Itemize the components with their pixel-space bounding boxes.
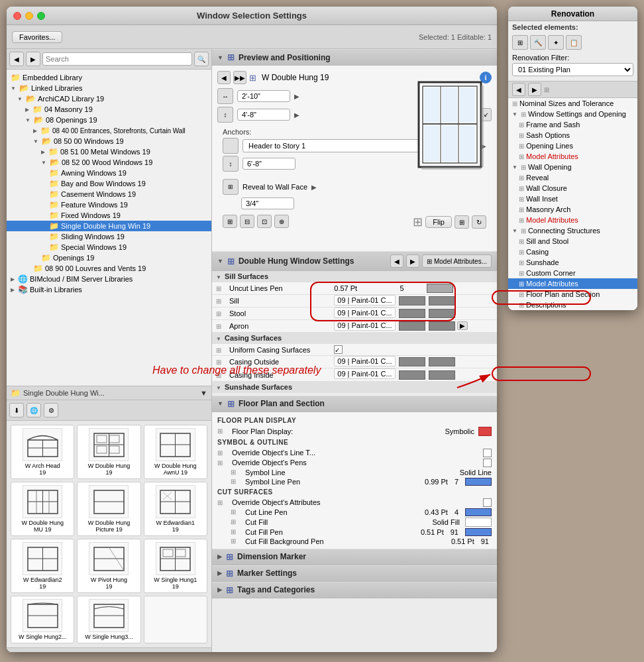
offset-input[interactable] <box>242 158 295 170</box>
tree-item-louvres[interactable]: 📁 08 90 00 Louvres and Vents 19 <box>7 263 211 274</box>
preview-item-arch-head[interactable]: W Arch Head19 <box>11 425 74 479</box>
stree-casing[interactable]: ⊞ Casing <box>508 247 637 257</box>
stree-nominal[interactable]: ⊞ Nominal Sizes and Tolerance <box>508 98 637 109</box>
uniform-checkbox[interactable] <box>334 345 343 354</box>
stree-sash-options[interactable]: ⊞ Sash Options <box>508 130 637 140</box>
action-btn1[interactable]: ⊞ <box>223 215 237 228</box>
tree-item-singledhung[interactable]: 📁 Single Double Hung Win 19 <box>7 221 211 231</box>
mirror-btn[interactable]: ⊞ <box>455 215 469 229</box>
reveal-input[interactable] <box>241 197 294 209</box>
favorites-button[interactable]: Favorites... <box>12 31 62 43</box>
next-btn[interactable]: ▶▶ <box>233 71 246 84</box>
width-input[interactable] <box>237 90 290 102</box>
dh-nav-next[interactable]: ▶ <box>406 254 419 268</box>
lib-forward-btn[interactable]: ▶ <box>26 52 40 66</box>
renov-icon3[interactable]: ✦ <box>548 35 564 50</box>
tree-item-feature[interactable]: 📁 Feature Windows 19 <box>7 199 211 210</box>
stree-window-settings[interactable]: ▼ ⊞ Window Settings and Opening <box>508 109 637 119</box>
tree-item-openings4[interactable]: 📁 Openings 19 <box>7 252 211 263</box>
action-btn4[interactable]: ⊕ <box>274 215 289 228</box>
height-input[interactable] <box>237 109 290 121</box>
tree-item-sliding[interactable]: 📁 Sliding Windows 19 <box>7 231 211 242</box>
preview-item-single-hung3[interactable]: W Single Hung3... <box>77 596 140 643</box>
override-line-check[interactable] <box>483 449 492 457</box>
preview-triangle[interactable]: ▼ <box>217 54 223 61</box>
stree-wall-inset[interactable]: ⊞ Wall Inset <box>508 193 637 204</box>
lib-action-btn2[interactable]: 🌐 <box>27 403 41 417</box>
stree-opening-lines[interactable]: ⊞ Opening Lines <box>508 140 637 151</box>
preview-item-single-hung2[interactable]: W Single Hung2... <box>11 596 74 643</box>
lib-back-btn[interactable]: ◀ <box>9 52 24 66</box>
renov-icon1[interactable]: ⊞ <box>512 35 528 50</box>
rotate-btn[interactable]: ↻ <box>472 215 486 229</box>
width-arrow[interactable]: ▶ <box>294 93 299 100</box>
preview-item-pivot-hung[interactable]: W Pivot Hung19 <box>77 539 140 593</box>
library-search-input[interactable] <box>42 52 192 66</box>
preview-item-single-hung1[interactable]: W Single Hung119 <box>144 539 207 593</box>
tree-item-awning[interactable]: 📁 Awning Windows 19 <box>7 168 211 178</box>
tree-item-embedded[interactable]: 📁 Embedded Library <box>7 72 211 83</box>
tree-item-bimcloud[interactable]: ▶ 🌐 BIMcloud / BIM Server Libraries <box>7 274 211 284</box>
dh-nav-prev[interactable]: ◀ <box>390 254 403 268</box>
tree-item-metal[interactable]: ▶ 📁 08 51 00 Metal Windows 19 <box>7 146 211 157</box>
preview-item-double-hung-picture[interactable]: W Double HungPicture 19 <box>77 482 140 536</box>
action-btn2[interactable]: ⊟ <box>240 215 254 228</box>
prev-btn[interactable]: ◀ <box>217 71 231 84</box>
tree-item-wood[interactable]: ▼ 📂 08 52 00 Wood Windows 19 <box>7 157 211 168</box>
stree-reveal[interactable]: ⊞ Reveal <box>508 172 637 183</box>
height-arrow[interactable]: ▶ <box>294 111 299 119</box>
tree-next-btn[interactable]: ▶ <box>528 83 541 96</box>
renovation-filter-select[interactable]: 01 Existing Plan <box>512 63 633 76</box>
cut-override-check[interactable] <box>483 498 492 507</box>
tree-item-archicad19[interactable]: ▼ 📂 ArchiCAD Library 19 <box>7 93 211 104</box>
maximize-button[interactable] <box>37 12 45 20</box>
tree-item-builtin[interactable]: ▶ 📚 Built-in Libraries <box>7 284 211 295</box>
dh-triangle[interactable]: ▼ <box>217 258 223 264</box>
preview-item-double-hung-awnU[interactable]: W Double HungAwnU 19 <box>144 425 207 479</box>
lib-search-btn[interactable]: 🔍 <box>194 52 209 66</box>
stree-masonry-arch[interactable]: ⊞ Masonry Arch <box>508 204 637 215</box>
reveal-arrow[interactable]: ▶ <box>311 184 317 191</box>
tree-item-casement[interactable]: 📁 Casement Windows 19 <box>7 189 211 199</box>
preview-item-edwardian2[interactable]: W Edwardian219 <box>11 539 74 593</box>
preview-item-double-hung-MU[interactable]: W Double HungMU 19 <box>11 482 74 536</box>
action-btn3[interactable]: ⊡ <box>257 215 272 228</box>
close-button[interactable] <box>13 12 21 20</box>
stree-frame-sash[interactable]: ⊞ Frame and Sash <box>508 119 637 130</box>
stree-floor-plan[interactable]: ⊞ Floor Plan and Section <box>508 289 637 300</box>
tree-item-fixed[interactable]: 📁 Fixed Windows 19 <box>7 210 211 221</box>
minimize-button[interactable] <box>25 12 33 20</box>
stree-wall-closure[interactable]: ⊞ Wall Closure <box>508 183 637 193</box>
tree-item-masonry[interactable]: ▶ 📁 04 Masonry 19 <box>7 104 211 115</box>
stree-model-attr3[interactable]: ⊞ Model Attributes <box>508 278 637 289</box>
tree-item-windows50[interactable]: ▼ 📂 08 50 00 Windows 19 <box>7 136 211 146</box>
apron-more-btn[interactable]: ▶ <box>457 321 468 330</box>
renov-icon2[interactable]: 🔨 <box>530 35 546 50</box>
tree-item-openings[interactable]: ▼ 📂 08 Openings 19 <box>7 115 211 125</box>
override-pens-check[interactable] <box>483 459 492 467</box>
stree-wall-opening[interactable]: ▼ ⊞ Wall Opening <box>508 162 637 172</box>
preview-item-edwardian1[interactable]: W Edwardian119 <box>144 482 207 536</box>
stree-model-attr2[interactable]: ⊞ Model Attributes <box>508 215 637 225</box>
marker-triangle[interactable]: ▶ <box>217 570 222 577</box>
flip-button[interactable]: Flip <box>425 216 452 228</box>
lib-action-btn3[interactable]: ⚙ <box>44 403 58 417</box>
tags-triangle[interactable]: ▶ <box>217 586 222 593</box>
tree-prev-btn[interactable]: ◀ <box>512 83 525 96</box>
stree-connecting[interactable]: ▼ ⊞ Connecting Structures <box>508 225 637 236</box>
tree-item-linked[interactable]: ▼ 📂 Linked Libraries <box>7 83 211 93</box>
stree-descriptions[interactable]: ⊞ Descriptions <box>508 300 637 310</box>
stree-custom-corner[interactable]: ⊞ Custom Corner <box>508 268 637 278</box>
dh-model-btn[interactable]: ⊞ Model Attributes... <box>422 254 492 268</box>
preview-item-double-hung[interactable]: W Double Hung19 <box>77 425 140 479</box>
stree-sill-stool[interactable]: ⊞ Sill and Stool <box>508 236 637 247</box>
fp-triangle[interactable]: ▼ <box>217 400 223 407</box>
renov-icon4[interactable]: 📋 <box>566 35 582 50</box>
stree-model-attr1[interactable]: ⊞ Model Attributes <box>508 151 637 162</box>
tree-item-special[interactable]: 📁 Special Windows 19 <box>7 242 211 252</box>
lib-action-btn1[interactable]: ⬇ <box>9 403 24 417</box>
dim-marker-triangle[interactable]: ▶ <box>217 553 222 560</box>
tree-item-entrances[interactable]: ▶ 📁 08 40 00 Entrances, Storefronts, Cur… <box>7 125 211 136</box>
tree-item-bayanbow[interactable]: 📁 Bay and Bow Windows 19 <box>7 178 211 189</box>
stree-sunshade[interactable]: ⊞ Sunshade <box>508 257 637 268</box>
